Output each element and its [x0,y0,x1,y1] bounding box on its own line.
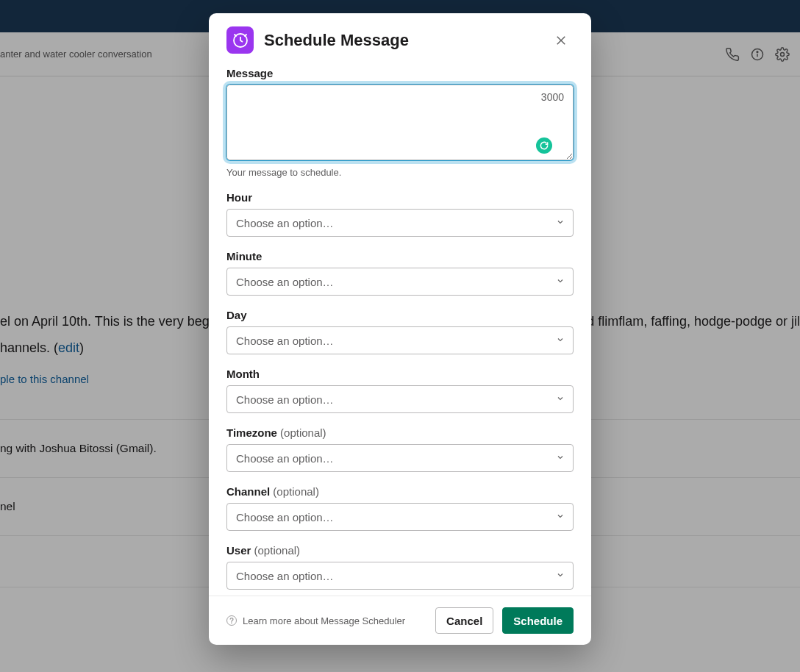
hour-select-value: Choose an option… [236,217,334,229]
user-label-text: User [226,544,251,557]
modal-footer: ? Learn more about Message Scheduler Can… [209,596,591,645]
help-icon: ? [226,615,237,626]
minute-select-value: Choose an option… [236,276,334,288]
message-label: Message [226,67,574,79]
month-select[interactable]: Choose an option… [226,385,574,413]
month-select-value: Choose an option… [236,393,334,406]
schedule-button[interactable]: Schedule [502,607,574,634]
schedule-message-modal: Schedule Message Message 3000 Your messa… [209,13,591,645]
minute-select[interactable]: Choose an option… [226,268,574,296]
user-select[interactable]: Choose an option… [226,562,574,590]
day-select-value: Choose an option… [236,335,334,347]
message-input[interactable] [227,85,573,160]
day-select[interactable]: Choose an option… [226,326,574,354]
month-label: Month [226,368,574,380]
message-hint: Your message to schedule. [226,167,574,178]
close-button[interactable] [549,28,574,53]
message-input-wrap: 3000 [226,85,574,160]
hour-select[interactable]: Choose an option… [226,209,574,237]
grammarly-icon[interactable] [536,137,552,154]
timezone-optional: (optional) [280,426,326,439]
learn-more-link[interactable]: ? Learn more about Message Scheduler [226,615,426,626]
scheduler-app-icon [226,26,254,54]
minute-label: Minute [226,250,574,262]
modal-title: Schedule Message [264,31,538,50]
user-label: User (optional) [226,544,574,557]
timezone-select[interactable]: Choose an option… [226,444,574,472]
cancel-button[interactable]: Cancel [435,607,493,634]
timezone-label-text: Timezone [226,426,277,439]
day-label: Day [226,309,574,321]
user-optional: (optional) [254,544,301,557]
channel-select[interactable]: Choose an option… [226,503,574,531]
timezone-select-value: Choose an option… [236,452,334,465]
channel-label-text: Channel [226,485,270,498]
channel-select-value: Choose an option… [236,511,334,523]
user-select-value: Choose an option… [236,570,334,582]
modal-header: Schedule Message [209,13,591,64]
channel-label: Channel (optional) [226,485,574,498]
channel-optional: (optional) [273,485,319,498]
timezone-label: Timezone (optional) [226,426,574,439]
modal-body[interactable]: Message 3000 Your message to schedule. H… [209,64,591,596]
hour-label: Hour [226,191,574,204]
learn-more-text: Learn more about Message Scheduler [243,615,405,626]
close-icon [554,34,568,47]
